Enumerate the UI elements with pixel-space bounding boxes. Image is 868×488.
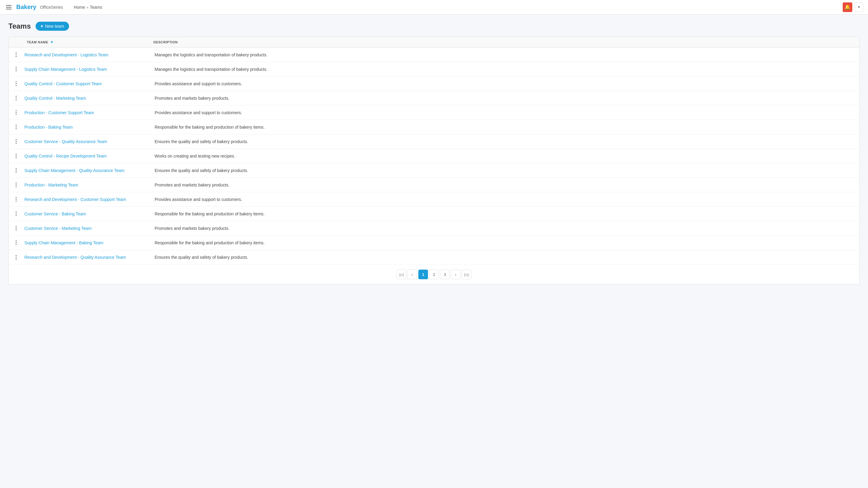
breadcrumb-home[interactable]: Home bbox=[74, 5, 85, 10]
table-row: Customer Service - Marketing Team Promot… bbox=[9, 221, 859, 235]
team-name-link-2[interactable]: Quality Control - Customer Support Team bbox=[24, 82, 102, 86]
table-row: Quality Control - Customer Support Team … bbox=[9, 76, 859, 91]
pagination-next[interactable]: › bbox=[451, 270, 461, 279]
team-name-link-11[interactable]: Customer Service - Baking Team bbox=[24, 212, 86, 216]
team-name-link-14[interactable]: Research and Development - Quality Assur… bbox=[24, 255, 126, 260]
user-dropdown[interactable]: ▼ bbox=[855, 2, 863, 12]
row-menu-12[interactable] bbox=[14, 225, 18, 232]
row-actions-3 bbox=[9, 95, 23, 101]
table-row: Supply Chain Management - Logistics Team… bbox=[9, 62, 859, 76]
pagination-first[interactable]: |◁ bbox=[397, 270, 406, 279]
table-row: Supply Chain Management - Baking Team Re… bbox=[9, 235, 859, 250]
new-team-plus-icon: + bbox=[40, 24, 43, 29]
brand-name: Bakery bbox=[16, 4, 36, 10]
team-name-cell-1: Supply Chain Management - Logistics Team bbox=[23, 63, 150, 75]
description-cell-7: Works on creating and testing new recipe… bbox=[150, 150, 859, 162]
table-row: Quality Control - Marketing Team Promote… bbox=[9, 91, 859, 105]
row-menu-10[interactable] bbox=[14, 196, 18, 203]
row-menu-3[interactable] bbox=[14, 95, 18, 101]
description-cell-4: Provides assistance and support to custo… bbox=[150, 107, 859, 119]
description-cell-12: Promotes and markets bakery products. bbox=[150, 222, 859, 234]
breadcrumb: Home » Teams bbox=[74, 5, 102, 10]
team-name-link-13[interactable]: Supply Chain Management - Baking Team bbox=[24, 240, 103, 245]
description-cell-14: Ensures the quality and safety of bakery… bbox=[150, 251, 859, 263]
team-name-link-7[interactable]: Quality Control - Recipe Development Tea… bbox=[24, 154, 107, 158]
filter-icon[interactable]: ▼ bbox=[50, 40, 54, 44]
team-name-cell-14: Research and Development - Quality Assur… bbox=[23, 251, 150, 263]
new-team-button[interactable]: + New team bbox=[36, 22, 69, 31]
pagination-prev[interactable]: ‹ bbox=[407, 270, 417, 279]
row-menu-4[interactable] bbox=[14, 109, 18, 116]
table-header: TEAM NAME ▼ DESCRIPTION bbox=[9, 37, 859, 47]
row-menu-14[interactable] bbox=[14, 254, 18, 261]
breadcrumb-separator: » bbox=[86, 5, 89, 10]
header-right: 🔔 ▼ bbox=[843, 2, 863, 12]
team-name-cell-5: Production - Baking Team bbox=[23, 121, 150, 133]
table-row: Research and Development - Customer Supp… bbox=[9, 192, 859, 207]
row-menu-9[interactable] bbox=[14, 181, 18, 188]
team-name-cell-0: Research and Development - Logistics Tea… bbox=[23, 49, 150, 61]
team-name-link-12[interactable]: Customer Service - Marketing Team bbox=[24, 226, 92, 231]
row-menu-11[interactable] bbox=[14, 210, 18, 217]
table-row: Production - Marketing Team Promotes and… bbox=[9, 178, 859, 192]
team-name-link-5[interactable]: Production - Baking Team bbox=[24, 125, 73, 130]
team-name-link-4[interactable]: Production - Customer Support Team bbox=[24, 110, 94, 115]
row-actions-7 bbox=[9, 153, 23, 159]
team-name-cell-4: Production - Customer Support Team bbox=[23, 107, 150, 119]
row-menu-2[interactable] bbox=[14, 80, 18, 87]
brand-suite: OfficeSeries bbox=[40, 5, 63, 10]
team-name-link-3[interactable]: Quality Control - Marketing Team bbox=[24, 96, 86, 101]
description-cell-8: Ensures the quality and safety of bakery… bbox=[150, 164, 859, 176]
row-actions-5 bbox=[9, 124, 23, 130]
description-cell-6: Ensures the quality and safety of bakery… bbox=[150, 135, 859, 148]
row-menu-13[interactable] bbox=[14, 239, 18, 246]
table-row: Production - Baking Team Responsible for… bbox=[9, 120, 859, 134]
team-name-cell-7: Quality Control - Recipe Development Tea… bbox=[23, 150, 150, 162]
pagination-page-1[interactable]: 1 bbox=[418, 270, 428, 279]
team-name-cell-8: Supply Chain Management - Quality Assura… bbox=[23, 164, 150, 176]
table-row: Production - Customer Support Team Provi… bbox=[9, 105, 859, 120]
description-cell-11: Responsible for the baking and productio… bbox=[150, 208, 859, 220]
row-actions-1 bbox=[9, 66, 23, 73]
description-cell-2: Provides assistance and support to custo… bbox=[150, 78, 859, 90]
pagination-last[interactable]: ▷| bbox=[462, 270, 471, 279]
col-header-description: DESCRIPTION bbox=[150, 40, 859, 44]
team-name-cell-13: Supply Chain Management - Baking Team bbox=[23, 237, 150, 249]
table-body: Research and Development - Logistics Tea… bbox=[9, 47, 859, 264]
row-menu-7[interactable] bbox=[14, 153, 18, 159]
row-menu-1[interactable] bbox=[14, 66, 18, 73]
notification-button[interactable]: 🔔 bbox=[843, 2, 852, 12]
page-title: Teams bbox=[8, 22, 31, 30]
teams-table: TEAM NAME ▼ DESCRIPTION Research and Dev… bbox=[8, 37, 860, 284]
team-name-link-1[interactable]: Supply Chain Management - Logistics Team bbox=[24, 67, 107, 72]
description-cell-0: Manages the logistics and transportation… bbox=[150, 49, 859, 61]
team-name-link-8[interactable]: Supply Chain Management - Quality Assura… bbox=[24, 168, 124, 173]
page-header: Teams + New team bbox=[8, 22, 860, 31]
hamburger-menu[interactable] bbox=[5, 4, 13, 10]
pagination-page-2[interactable]: 2 bbox=[429, 270, 439, 279]
description-cell-3: Promotes and markets bakery products. bbox=[150, 92, 859, 104]
row-actions-4 bbox=[9, 109, 23, 116]
description-cell-1: Manages the logistics and transportation… bbox=[150, 63, 859, 75]
team-name-cell-6: Customer Service - Quality Assurance Tea… bbox=[23, 135, 150, 148]
team-name-link-9[interactable]: Production - Marketing Team bbox=[24, 183, 79, 187]
team-name-link-10[interactable]: Research and Development - Customer Supp… bbox=[24, 197, 126, 202]
row-menu-8[interactable] bbox=[14, 167, 18, 174]
team-name-link-0[interactable]: Research and Development - Logistics Tea… bbox=[24, 53, 108, 57]
row-actions-9 bbox=[9, 181, 23, 188]
row-menu-0[interactable] bbox=[14, 51, 18, 58]
pagination-page-3[interactable]: 3 bbox=[440, 270, 450, 279]
col-header-actions bbox=[9, 40, 23, 44]
row-actions-10 bbox=[9, 196, 23, 203]
table-row: Customer Service - Quality Assurance Tea… bbox=[9, 134, 859, 149]
description-cell-9: Promotes and markets bakery products. bbox=[150, 179, 859, 191]
team-name-cell-11: Customer Service - Baking Team bbox=[23, 208, 150, 220]
row-actions-0 bbox=[9, 51, 23, 58]
table-row: Customer Service - Baking Team Responsib… bbox=[9, 207, 859, 221]
team-name-link-6[interactable]: Customer Service - Quality Assurance Tea… bbox=[24, 139, 107, 144]
row-actions-13 bbox=[9, 239, 23, 246]
row-menu-5[interactable] bbox=[14, 124, 18, 130]
row-actions-6 bbox=[9, 138, 23, 145]
table-row: Quality Control - Recipe Development Tea… bbox=[9, 149, 859, 163]
row-menu-6[interactable] bbox=[14, 138, 18, 145]
